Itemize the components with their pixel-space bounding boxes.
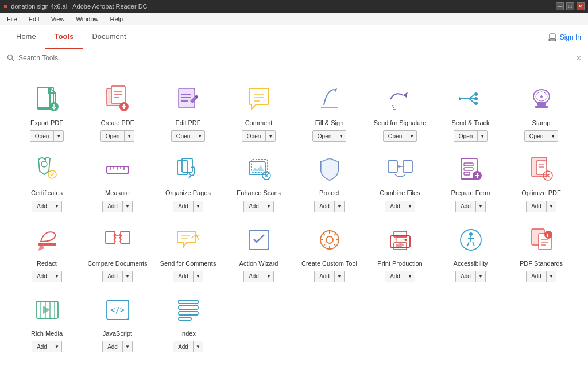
- print-production-arrow-btn[interactable]: ▼: [405, 271, 415, 282]
- send-comments-add-btn[interactable]: Add: [173, 271, 194, 282]
- send-comments-arrow-btn[interactable]: ▼: [194, 271, 203, 282]
- action-wizard-arrow-btn[interactable]: ▼: [264, 271, 273, 282]
- redact-add-btn[interactable]: Add: [32, 271, 52, 282]
- create-custom-arrow-btn[interactable]: ▼: [335, 271, 344, 282]
- accessibility-btn-group[interactable]: Add ▼: [455, 271, 486, 282]
- combine-files-add-btn[interactable]: Add: [385, 201, 405, 212]
- edit-pdf-arrow-btn[interactable]: ▼: [195, 131, 204, 141]
- tab-tools[interactable]: Tools: [45, 25, 83, 49]
- send-signature-arrow-btn[interactable]: ▼: [407, 131, 416, 141]
- edit-pdf-btn-group[interactable]: Open ▼: [171, 130, 205, 142]
- fill-sign-open-btn[interactable]: Open: [313, 131, 336, 141]
- send-track-arrow-btn[interactable]: ▼: [478, 131, 487, 141]
- print-production-add-btn[interactable]: Add: [385, 271, 405, 282]
- rich-media-btn-group[interactable]: Add ▼: [32, 341, 62, 352]
- stamp-open-btn[interactable]: Open: [525, 131, 548, 141]
- optimize-pdf-arrow-btn[interactable]: ▼: [547, 201, 556, 212]
- index-btn-group[interactable]: Add ▼: [173, 341, 203, 352]
- accessibility-arrow-btn[interactable]: ▼: [476, 271, 485, 282]
- enhance-scans-add-btn[interactable]: Add: [244, 201, 264, 212]
- create-custom-btn-group[interactable]: Add ▼: [314, 271, 345, 282]
- prepare-form-add-btn[interactable]: Add: [456, 201, 476, 212]
- print-production-btn-group[interactable]: Add ▼: [385, 271, 415, 282]
- export-pdf-arrow-btn[interactable]: ▼: [54, 131, 63, 141]
- organize-pages-add-btn[interactable]: Add: [173, 201, 194, 212]
- optimize-pdf-btn-group[interactable]: Add ▼: [526, 201, 556, 212]
- window-controls[interactable]: — □ ✕: [556, 2, 585, 10]
- tab-home[interactable]: Home: [7, 25, 45, 49]
- sign-in-button[interactable]: Sign In: [548, 33, 581, 41]
- compare-documents-arrow-btn[interactable]: ▼: [123, 271, 132, 282]
- comment-open-btn[interactable]: Open: [242, 131, 266, 141]
- send-comments-btn-group[interactable]: Add ▼: [173, 271, 203, 282]
- protect-add-btn[interactable]: Add: [315, 201, 335, 212]
- menu-file[interactable]: File: [2, 14, 22, 24]
- measure-arrow-btn[interactable]: ▼: [123, 201, 132, 212]
- comment-btn-group[interactable]: Open ▼: [242, 130, 276, 142]
- rich-media-arrow-btn[interactable]: ▼: [52, 341, 61, 352]
- javascript-arrow-btn[interactable]: ▼: [123, 341, 132, 352]
- send-signature-btn-group[interactable]: Open ▼: [383, 130, 417, 142]
- organize-pages-arrow-btn[interactable]: ▼: [194, 201, 203, 212]
- minimize-button[interactable]: —: [556, 2, 564, 10]
- fill-sign-arrow-btn[interactable]: ▼: [336, 131, 346, 141]
- create-pdf-arrow-btn[interactable]: ▼: [125, 131, 134, 141]
- prepare-form-btn-group[interactable]: Add ▼: [455, 201, 486, 212]
- prepare-form-arrow-btn[interactable]: ▼: [476, 201, 485, 212]
- pdf-standards-btn-group[interactable]: Add ▼: [526, 271, 556, 282]
- restore-button[interactable]: □: [566, 2, 574, 10]
- search-close-button[interactable]: ×: [577, 53, 581, 63]
- protect-arrow-btn[interactable]: ▼: [335, 201, 344, 212]
- action-wizard-add-btn[interactable]: Add: [244, 271, 264, 282]
- redact-btn-group[interactable]: Add ▼: [32, 271, 62, 282]
- fill-sign-label: Fill & Sign: [315, 119, 344, 127]
- menu-view[interactable]: View: [47, 14, 69, 24]
- export-pdf-btn-group[interactable]: Open ▼: [30, 130, 64, 142]
- optimize-pdf-add-btn[interactable]: Add: [527, 201, 547, 212]
- compare-documents-btn-group[interactable]: Add ▼: [102, 271, 133, 282]
- accessibility-add-btn[interactable]: Add: [456, 271, 476, 282]
- javascript-btn-group[interactable]: Add ▼: [102, 341, 133, 352]
- organize-pages-btn-group[interactable]: Add ▼: [173, 201, 203, 212]
- index-arrow-btn[interactable]: ▼: [194, 341, 203, 352]
- stamp-btn-group[interactable]: Open ▼: [524, 130, 558, 142]
- protect-btn-group[interactable]: Add ▼: [314, 201, 345, 212]
- index-add-btn[interactable]: Add: [173, 341, 194, 352]
- search-input[interactable]: [18, 54, 581, 62]
- stamp-icon: [524, 83, 559, 115]
- svg-point-70: [469, 232, 473, 236]
- measure-btn-group[interactable]: Add ▼: [102, 201, 133, 212]
- menu-help[interactable]: Help: [105, 14, 127, 24]
- fill-sign-btn-group[interactable]: Open ▼: [312, 130, 346, 142]
- menu-window[interactable]: Window: [71, 14, 103, 24]
- export-pdf-open-btn[interactable]: Open: [30, 131, 54, 141]
- create-pdf-open-btn[interactable]: Open: [101, 131, 125, 141]
- combine-files-arrow-btn[interactable]: ▼: [405, 201, 415, 212]
- create-custom-add-btn[interactable]: Add: [315, 271, 335, 282]
- javascript-add-btn[interactable]: Add: [103, 341, 123, 352]
- stamp-arrow-btn[interactable]: ▼: [548, 131, 558, 141]
- redact-arrow-btn[interactable]: ▼: [52, 271, 61, 282]
- pdf-standards-arrow-btn[interactable]: ▼: [547, 271, 556, 282]
- certificates-arrow-btn[interactable]: ▼: [52, 201, 61, 212]
- create-pdf-btn-group[interactable]: Open ▼: [100, 130, 134, 142]
- compare-documents-add-btn[interactable]: Add: [103, 271, 123, 282]
- combine-files-icon: [383, 153, 417, 185]
- send-track-btn-group[interactable]: Open ▼: [454, 130, 488, 142]
- enhance-scans-arrow-btn[interactable]: ▼: [264, 201, 273, 212]
- certificates-btn-group[interactable]: Add ▼: [32, 201, 62, 212]
- rich-media-add-btn[interactable]: Add: [32, 341, 52, 352]
- close-button[interactable]: ✕: [577, 2, 585, 10]
- edit-pdf-open-btn[interactable]: Open: [172, 131, 195, 141]
- tab-document[interactable]: Document: [83, 25, 135, 49]
- menu-edit[interactable]: Edit: [24, 14, 44, 24]
- combine-files-btn-group[interactable]: Add ▼: [385, 201, 415, 212]
- certificates-add-btn[interactable]: Add: [32, 201, 52, 212]
- measure-add-btn[interactable]: Add: [103, 201, 123, 212]
- comment-arrow-btn[interactable]: ▼: [266, 131, 275, 141]
- pdf-standards-add-btn[interactable]: Add: [527, 271, 547, 282]
- enhance-scans-btn-group[interactable]: Add ▼: [243, 201, 274, 212]
- action-wizard-btn-group[interactable]: Add ▼: [243, 271, 274, 282]
- send-track-open-btn[interactable]: Open: [454, 131, 478, 141]
- send-signature-open-btn[interactable]: Open: [384, 131, 407, 141]
